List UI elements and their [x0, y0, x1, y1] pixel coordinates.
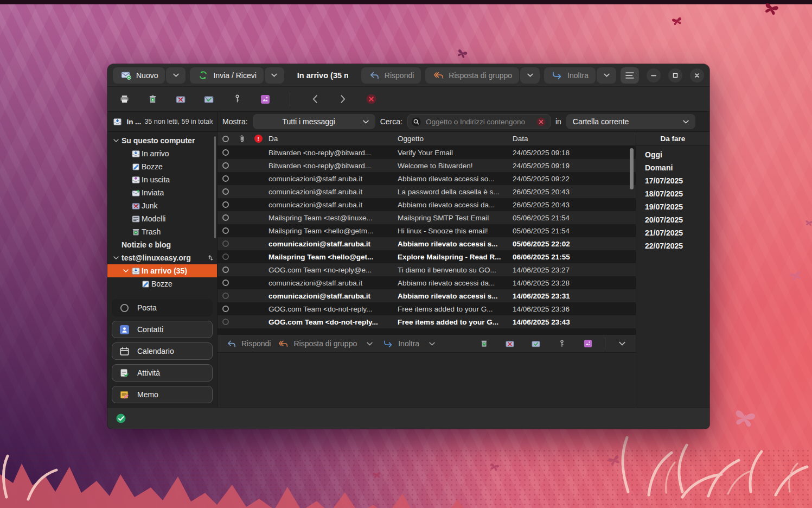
message-list-scrollbar[interactable]: [630, 148, 634, 189]
view-filter-dropdown[interactable]: Tutti i messaggi: [253, 114, 375, 129]
folder-item[interactable]: Inviata: [107, 186, 217, 199]
message-row[interactable]: Mailspring Team <test@linuxe... Mailspri…: [218, 211, 636, 224]
message-row[interactable]: comunicazioni@staff.aruba.it Abbiamo ril…: [218, 198, 636, 211]
message-row[interactable]: GOG.com Team <do-not-reply... Free items…: [218, 302, 636, 315]
folder-item[interactable]: Bozze: [107, 160, 217, 173]
quick-remote-content-button[interactable]: [582, 338, 594, 350]
new-message-button[interactable]: Nuovo: [113, 67, 165, 84]
space-memo-button[interactable]: Memo: [112, 386, 213, 403]
read-status-toggle[interactable]: [218, 188, 234, 195]
todo-item[interactable]: 20/07/2025: [645, 213, 709, 226]
clear-search-button[interactable]: [535, 116, 547, 128]
read-status-toggle[interactable]: [218, 240, 234, 247]
send-receive-button[interactable]: Invia / Ricevi: [190, 67, 263, 84]
quick-read-button[interactable]: [530, 338, 542, 350]
quick-forward-button[interactable]: Inoltra: [382, 338, 419, 350]
folder-item[interactable]: In uscita: [107, 173, 217, 186]
read-status-toggle[interactable]: [218, 227, 234, 234]
send-receive-dropdown[interactable]: [265, 67, 284, 84]
read-status-toggle[interactable]: [218, 214, 234, 221]
message-row[interactable]: Bitwarden <no-reply@bitward... Welcome t…: [218, 159, 636, 172]
read-status-toggle[interactable]: [218, 293, 234, 299]
close-button[interactable]: [690, 68, 704, 82]
quick-reply-all-dropdown[interactable]: [363, 338, 375, 350]
date-column-header[interactable]: Data: [512, 135, 636, 143]
read-column-header[interactable]: [218, 136, 234, 142]
forward-button[interactable]: Inoltra: [544, 67, 596, 84]
print-button[interactable]: [118, 93, 130, 105]
search-scope-icon[interactable]: [411, 116, 423, 128]
delete-button[interactable]: [146, 93, 158, 105]
message-row[interactable]: comunicazioni@staff.aruba.it Abbiamo ril…: [218, 289, 636, 302]
folder-item[interactable]: In arrivo (35): [107, 264, 217, 277]
reply-all-dropdown[interactable]: [520, 67, 540, 84]
todo-item[interactable]: Oggi: [645, 148, 709, 161]
attachment-column-header[interactable]: [234, 135, 250, 143]
new-message-dropdown[interactable]: [166, 67, 186, 84]
todo-item[interactable]: 17/07/2025: [645, 174, 709, 187]
expander-chevron-icon[interactable]: [122, 269, 130, 272]
message-row[interactable]: comunicazioni@staff.aruba.it La password…: [218, 185, 636, 198]
online-status-icon[interactable]: [115, 412, 127, 424]
message-row[interactable]: Bitwarden <no-reply@bitward... Verify Yo…: [218, 146, 636, 159]
maximize-button[interactable]: [668, 68, 682, 82]
quick-reply-all-button[interactable]: Risposta di gruppo: [277, 338, 357, 350]
folder-item[interactable]: Junk: [107, 199, 217, 212]
search-input[interactable]: [426, 118, 532, 126]
read-status-toggle[interactable]: [218, 201, 234, 208]
app-menu-button[interactable]: [621, 67, 639, 84]
read-status-toggle[interactable]: [218, 280, 234, 286]
todo-item[interactable]: 19/07/2025: [645, 200, 709, 213]
read-status-toggle[interactable]: [218, 306, 234, 312]
sync-icon[interactable]: [208, 255, 214, 261]
message-row[interactable]: Mailspring Team <hello@getm... Hi linux …: [218, 224, 636, 237]
message-row[interactable]: GOG.com Team <no-reply@e... Ti diamo il …: [218, 263, 636, 276]
todo-item[interactable]: Domani: [645, 161, 709, 174]
mark-read-button[interactable]: [203, 93, 215, 105]
quick-delete-button[interactable]: [478, 338, 490, 350]
read-status-toggle[interactable]: [218, 266, 234, 273]
folder-item[interactable]: In arrivo: [107, 147, 217, 160]
read-status-toggle[interactable]: [218, 253, 234, 260]
quick-forward-dropdown[interactable]: [426, 338, 438, 350]
reply-all-button[interactable]: Risposta di gruppo: [425, 67, 519, 84]
quick-reply-button[interactable]: Rispondi: [225, 338, 271, 350]
space-contacts-button[interactable]: Contatti: [112, 321, 213, 338]
folder-item[interactable]: test@linuxeasy.org: [107, 251, 217, 264]
read-status-toggle[interactable]: [218, 149, 234, 156]
message-row[interactable]: comunicazioni@staff.aruba.it Abbiamo ril…: [218, 172, 636, 185]
priority-column-header[interactable]: !: [250, 135, 266, 143]
folder-item[interactable]: Modelli: [107, 212, 217, 225]
from-column-header[interactable]: Da: [266, 135, 397, 143]
todo-item[interactable]: 18/07/2025: [645, 187, 709, 200]
expander-chevron-icon[interactable]: [112, 139, 120, 142]
folder-pane-scrollbar[interactable]: [214, 136, 216, 238]
folder-item[interactable]: Notizie e blog: [107, 238, 217, 251]
message-row[interactable]: Mailspring Team <hello@get... Explore Ma…: [218, 250, 636, 263]
space-mail-button[interactable]: Posta: [112, 299, 213, 316]
todo-item[interactable]: 22/07/2025: [645, 239, 709, 252]
next-message-button[interactable]: [337, 93, 349, 105]
folder-item[interactable]: Trash: [107, 225, 217, 238]
quick-key-button[interactable]: [556, 338, 568, 350]
todo-item[interactable]: 21/07/2025: [645, 226, 709, 239]
message-row[interactable]: GOG.com Team <do-not-reply... Free items…: [218, 315, 636, 328]
forward-dropdown[interactable]: [597, 67, 616, 84]
remote-content-button[interactable]: [259, 93, 271, 105]
space-tasks-button[interactable]: Attività: [112, 364, 213, 382]
quick-junk-button[interactable]: [504, 338, 516, 350]
folder-item[interactable]: Bozze: [107, 277, 217, 290]
expander-chevron-icon[interactable]: [112, 256, 120, 259]
stop-button[interactable]: [365, 93, 377, 105]
search-scope-dropdown[interactable]: Cartella corrente: [566, 114, 695, 129]
actionbar-more-dropdown[interactable]: [616, 338, 628, 350]
message-row[interactable]: comunicazioni@staff.aruba.it Abbiamo ril…: [218, 276, 636, 289]
message-key-button[interactable]: [231, 93, 243, 105]
read-status-toggle[interactable]: [218, 162, 234, 169]
mark-junk-button[interactable]: [175, 93, 187, 105]
message-row[interactable]: comunicazioni@staff.aruba.it Abbiamo ril…: [218, 237, 636, 250]
folder-item[interactable]: Su questo computer: [107, 134, 217, 147]
space-calendar-button[interactable]: Calendario: [112, 342, 213, 360]
reply-button[interactable]: Rispondi: [361, 67, 421, 84]
read-status-toggle[interactable]: [218, 319, 234, 325]
